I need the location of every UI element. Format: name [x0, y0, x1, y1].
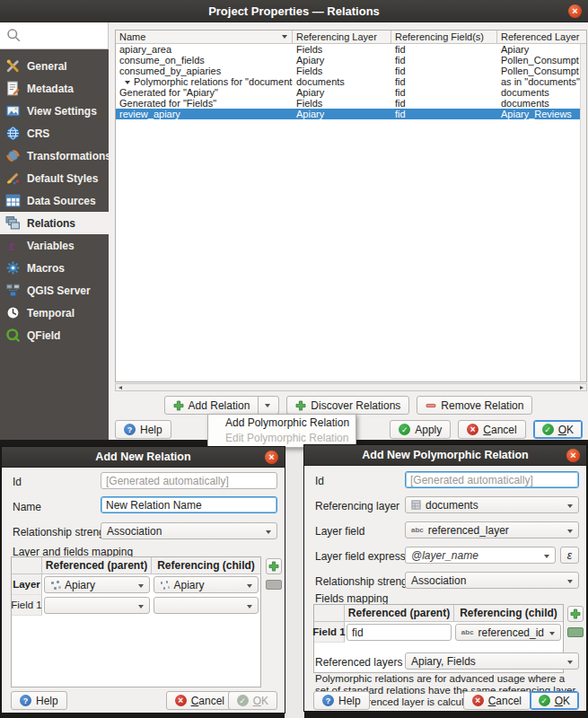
referencing-field-select[interactable] — [154, 597, 259, 614]
layer-field-select[interactable]: abc referenced_layer — [405, 521, 579, 538]
table-row[interactable]: Generated for "Apiary" Apiary fid docume… — [116, 87, 586, 98]
table-row[interactable]: apiary_area Fields fid Apiary — [116, 44, 586, 55]
temporal-icon — [5, 305, 21, 320]
menu-item-add-polymorphic-relation[interactable]: Add Polymorphic Relation — [208, 416, 355, 431]
help-icon: ? — [20, 695, 31, 706]
project-dialog-titlebar[interactable]: Project Properties — Relations × — [0, 0, 588, 22]
sidebar-item-metadata[interactable]: Metadata — [0, 77, 109, 100]
chevron-down-icon[interactable] — [265, 404, 270, 407]
chevron-down-icon — [567, 661, 573, 664]
referencing-field-select[interactable]: abc referenced_id — [455, 624, 561, 641]
table-row-selected[interactable]: review_apiary Apiary fid Apiary_Reviews — [116, 109, 586, 119]
add-relation-dialog-titlebar[interactable]: Add New Relation × — [2, 447, 285, 468]
relations-table: Name Referencing Layer Referencing Field… — [115, 30, 587, 382]
variables-icon: ε — [5, 238, 21, 253]
text-field-icon: abc — [411, 526, 424, 534]
add-field-button[interactable] — [266, 558, 282, 574]
epsilon-icon: ε — [567, 549, 572, 562]
scroll-right-icon[interactable] — [580, 386, 584, 390]
referenced-field-select[interactable] — [44, 597, 150, 614]
column-header-referencing-child: Referencing (child) — [454, 605, 563, 621]
chevron-down-icon — [567, 580, 573, 583]
apply-button[interactable]: ✓ Apply — [390, 420, 451, 439]
sidebar-item-qfield[interactable]: QField — [0, 324, 109, 346]
chevron-down-icon — [544, 555, 549, 558]
relation-id-input[interactable] — [101, 472, 277, 489]
remove-field-button[interactable] — [567, 627, 584, 637]
sidebar-item-relations[interactable]: Relations — [0, 212, 109, 234]
help-button[interactable]: ? Help — [11, 691, 67, 710]
relationship-strength-select[interactable]: Association — [405, 572, 579, 589]
column-header-name[interactable]: Name — [116, 31, 293, 43]
column-header-referenced-parent: Referenced (parent) — [345, 605, 454, 621]
close-icon[interactable]: × — [566, 449, 580, 462]
ok-button: ✓ OK — [228, 691, 277, 710]
relation-id-input[interactable] — [405, 471, 579, 488]
sidebar-item-temporal[interactable]: Temporal — [0, 302, 109, 324]
layer-field-expression-input[interactable]: @layer_name — [405, 547, 556, 564]
add-polymorphic-dialog-titlebar[interactable]: Add New Polymorphic Relation × — [304, 445, 586, 466]
sidebar-item-default-styles[interactable]: Default Styles — [0, 167, 109, 189]
add-field-button[interactable] — [567, 606, 584, 622]
sidebar-item-macros[interactable]: Macros — [0, 257, 109, 279]
relation-name-input[interactable] — [101, 496, 277, 513]
referencing-layer-select[interactable]: documents — [405, 496, 579, 513]
remove-relation-button[interactable]: Remove Relation — [417, 396, 532, 415]
close-icon[interactable]: × — [265, 451, 278, 464]
cancel-button[interactable]: × Cancel — [458, 420, 525, 439]
expander-icon[interactable] — [125, 81, 130, 84]
add-relation-button[interactable]: Add Relation — [164, 396, 280, 415]
scroll-left-icon[interactable] — [118, 386, 122, 390]
settings-search-input[interactable] — [0, 22, 109, 49]
sidebar-item-data-sources[interactable]: Data Sources — [0, 189, 109, 212]
help-icon: ? — [322, 695, 334, 706]
ok-button[interactable]: ✓ OK — [530, 691, 579, 710]
expression-builder-button[interactable]: ε — [560, 547, 579, 564]
help-icon: ? — [124, 424, 136, 435]
referenced-layer-select[interactable]: Apiary — [44, 576, 150, 593]
chevron-down-icon — [549, 632, 555, 635]
remove-field-button[interactable] — [266, 580, 282, 590]
plus-icon — [570, 609, 581, 619]
cross-icon: × — [175, 695, 187, 706]
table-row[interactable]: consume_on_fields Apiary fid Pollen_Cons… — [116, 55, 586, 66]
dialog-footer-buttons: ✓ Apply × Cancel ✓ OK — [390, 420, 583, 439]
chevron-down-icon — [247, 605, 252, 609]
search-icon — [6, 28, 22, 43]
close-icon[interactable]: × — [568, 4, 582, 18]
sidebar-item-crs[interactable]: CRS — [0, 122, 109, 144]
help-button[interactable]: ? Help — [313, 691, 370, 710]
ok-button[interactable]: ✓ OK — [533, 420, 583, 439]
sidebar-item-transformations[interactable]: Transformations — [0, 144, 109, 167]
cancel-button[interactable]: × Cancel — [166, 691, 233, 710]
referencing-layer-select[interactable]: Apiary — [154, 576, 259, 593]
text-field-icon: abc — [461, 628, 474, 636]
sidebar-item-view-settings[interactable]: View Settings — [0, 100, 109, 122]
id-label: Id — [13, 476, 22, 488]
column-header-referencing-layer[interactable]: Referencing Layer — [293, 31, 391, 43]
column-header-referenced-layer[interactable]: Referenced Layer — [497, 31, 586, 43]
sidebar-item-variables[interactable]: ε Variables — [0, 234, 109, 257]
check-icon: ✓ — [237, 695, 249, 706]
relations-icon — [5, 215, 21, 231]
point-layer-icon — [50, 580, 60, 590]
help-button[interactable]: ? Help — [115, 420, 171, 439]
add-relation-dialog-title: Add New Relation — [95, 451, 190, 463]
horizontal-scrollbar[interactable] — [115, 383, 587, 391]
discover-relations-button[interactable]: Discover Relations — [286, 396, 409, 415]
column-header-referencing-fields[interactable]: Referencing Field(s) — [391, 31, 497, 43]
vertical-scrollbar[interactable] — [580, 44, 586, 381]
sidebar-item-general[interactable]: General — [0, 55, 109, 77]
table-row-group[interactable]: Polymorphic relations for "documents" do… — [116, 76, 586, 87]
point-layer-icon — [160, 580, 170, 590]
macros-icon — [5, 260, 21, 276]
referenced-field-input[interactable] — [347, 624, 452, 641]
referenced-layers-select[interactable]: Apiary, Fields — [405, 652, 579, 670]
cancel-button[interactable]: × Cancel — [463, 691, 531, 710]
relationship-strength-select[interactable]: Association — [101, 522, 277, 539]
sort-indicator-icon — [282, 35, 287, 39]
sidebar-item-qgis-server[interactable]: QGIS Server — [0, 279, 109, 302]
field-row-label: Field 1 — [12, 595, 42, 616]
table-row[interactable]: consumed_by_apiaries Fields fid Pollen_C… — [116, 66, 586, 76]
table-row[interactable]: Generated for "Fields" Fields fid docume… — [116, 98, 586, 109]
